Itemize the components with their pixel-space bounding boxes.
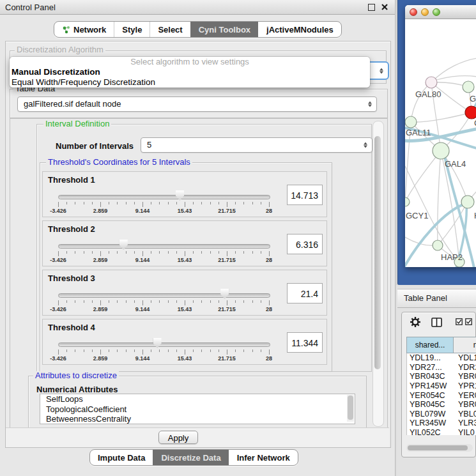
close-traffic-light-icon[interactable]	[410, 8, 417, 16]
float-window-icon[interactable]	[368, 4, 375, 11]
cell-name[interactable]: YPR1	[454, 381, 476, 390]
svg-text:GA: GA	[470, 94, 476, 104]
tab-select[interactable]: Select	[150, 22, 190, 37]
cell-name[interactable]: YBR0	[454, 372, 476, 381]
minimize-traffic-light-icon[interactable]	[421, 8, 429, 16]
table-horizontal-scrollbar[interactable]	[406, 444, 473, 452]
network-canvas[interactable]: GAL80 GA C GAL11 GAL4 GCY1 H HAP2	[405, 19, 476, 267]
cell-shared-name[interactable]: YPR145W	[407, 381, 454, 390]
threshold-4-panel: Threshold 4 -3.4262.8599.14415.4321.7152…	[42, 319, 327, 365]
tab-label: jActiveMNodules	[266, 25, 334, 35]
tab-discretize-data[interactable]: Discretize Data	[153, 450, 228, 465]
attribute-item[interactable]: BetweennessCentrality	[40, 414, 355, 424]
attribute-item[interactable]: TopologicalCoefficient	[40, 404, 355, 415]
cell-shared-name[interactable]: YBR045C	[407, 400, 454, 409]
slider-ticks	[58, 300, 269, 306]
threshold-3-slider-track[interactable]	[58, 293, 270, 298]
threshold-1-slider-track[interactable]	[58, 195, 270, 199]
combo-stepper-icon	[364, 142, 367, 148]
table-row[interactable]: YDL19...YDL1	[407, 353, 476, 363]
tab-infer-network[interactable]: Infer Network	[229, 450, 298, 465]
numerical-attributes-label: Numerical Attributes	[36, 385, 118, 394]
attribute-item[interactable]: SelfLoops	[40, 394, 355, 404]
table-row[interactable]: YER054CYER0	[407, 390, 476, 400]
select-all-checkbox-icon[interactable]	[456, 318, 463, 325]
close-icon[interactable]	[381, 3, 388, 11]
network-icon	[62, 26, 70, 34]
column-header-name[interactable]: na	[454, 337, 476, 353]
algorithm-dropdown: Select algorithm to view settings Manual…	[10, 57, 370, 88]
cell-name[interactable]: YDL1	[454, 353, 476, 362]
dropdown-option-manual[interactable]: Manual Discretization	[10, 67, 370, 77]
combo-stepper-icon	[368, 102, 372, 107]
table-row[interactable]: YBR045CYBR0	[407, 400, 476, 410]
node-gal4	[433, 142, 449, 159]
threshold-1-panel: Threshold 1 -3.4262.8599.14415.4321.7152…	[42, 171, 327, 217]
split-columns-icon[interactable]	[431, 318, 442, 327]
tab-network[interactable]: Network	[54, 22, 114, 37]
cell-shared-name[interactable]: YIL052C	[407, 428, 454, 435]
slider-tick-labels: -3.4262.8599.14415.4321.71528	[58, 306, 269, 312]
cell-shared-name[interactable]: YER054C	[407, 391, 454, 400]
table-row[interactable]: YBL079WYBL0	[407, 410, 476, 419]
threshold-4-value-field[interactable]: 11.344	[287, 332, 323, 353]
cell-shared-name[interactable]: YLR345W	[407, 418, 454, 427]
threshold-3-value-field[interactable]: 21.4	[287, 283, 323, 303]
numerical-attributes-list[interactable]: SelfLoopsTopologicalCoefficientBetweenne…	[40, 394, 355, 424]
cell-name[interactable]: YER0	[454, 391, 476, 400]
number-of-intervals-label: Number of Intervals	[56, 141, 134, 151]
dropdown-placeholder[interactable]: Select algorithm to view settings	[10, 57, 370, 67]
svg-text:GAL80: GAL80	[415, 89, 441, 99]
cyni-toolbox-panel: Discretization Algorithm Select algorith…	[5, 41, 391, 448]
network-window-titlebar	[405, 5, 476, 19]
node-red-selected	[465, 106, 476, 119]
tab-impute-data[interactable]: Impute Data	[90, 450, 153, 465]
cell-name[interactable]: YBL0	[454, 410, 476, 418]
select-column-checkbox-icon[interactable]	[465, 318, 472, 325]
threshold-2-slider-track[interactable]	[58, 244, 270, 249]
table-header-row: shared... na	[406, 337, 476, 353]
number-of-intervals-combo[interactable]: 5	[141, 137, 372, 153]
apply-strip: Apply	[6, 427, 389, 447]
cell-name[interactable]: YDR2	[454, 363, 476, 372]
table-row[interactable]: YPR145WYPR1	[407, 381, 476, 391]
threshold-4-slider-track[interactable]	[58, 342, 270, 347]
table-row[interactable]: YBR043CYBR0	[407, 372, 476, 381]
settings-gear-icon[interactable]	[410, 316, 421, 328]
tab-jactivemnodules[interactable]: jActiveMNodules	[258, 22, 341, 37]
cell-name[interactable]: YIL0	[454, 428, 476, 435]
threshold-1-value-field[interactable]: 14.713	[287, 185, 323, 205]
tab-label: Style	[122, 25, 142, 35]
slider-tick-labels: -3.4262.8599.14415.4321.71528	[58, 355, 269, 362]
column-header-shared-name[interactable]: shared...	[406, 337, 454, 353]
table-row[interactable]: YIL052CYIL0	[407, 428, 476, 435]
table-panel-title: Table Panel	[404, 293, 447, 303]
zoom-traffic-light-icon[interactable]	[433, 8, 440, 16]
settings-vertical-scrollbar[interactable]	[372, 121, 384, 427]
cell-name[interactable]: YLR3	[454, 418, 476, 427]
cell-name[interactable]: YBR0	[454, 400, 476, 409]
table-row[interactable]: YLR345WYLR3	[407, 418, 476, 428]
threshold-4-label: Threshold 4	[48, 323, 95, 332]
interval-definition-title: Interval Definition	[43, 119, 111, 128]
slider-tick-labels: -3.4262.8599.14415.4321.71528	[58, 208, 269, 214]
tab-cyni-toolbox[interactable]: Cyni Toolbox	[190, 22, 258, 37]
threshold-2-value-field[interactable]: 6.316	[287, 234, 323, 254]
tab-style[interactable]: Style	[114, 22, 150, 37]
attributes-group-title: Attributes to discretize	[33, 371, 119, 380]
list-scrollbar[interactable]	[347, 395, 354, 422]
table-data-combo[interactable]: galFiltered.sif default node	[17, 96, 377, 112]
svg-text:GCY1: GCY1	[406, 211, 428, 220]
settings-scroll-panel: Interval Definition Number of Intervals …	[10, 118, 388, 429]
cell-shared-name[interactable]: YBL079W	[407, 410, 454, 418]
network-window: GAL80 GA C GAL11 GAL4 GCY1 H HAP2	[405, 5, 476, 267]
network-highlight-edges	[405, 91, 476, 267]
apply-button[interactable]: Apply	[158, 431, 198, 444]
cell-shared-name[interactable]: YDR27...	[407, 363, 454, 372]
cell-shared-name[interactable]: YDL19...	[407, 353, 454, 362]
threshold-2-panel: Threshold 2 -3.4262.8599.14415.4321.7152…	[42, 220, 327, 266]
table-row[interactable]: YDR27...YDR2	[407, 363, 476, 372]
slider-ticks	[58, 349, 269, 355]
cell-shared-name[interactable]: YBR043C	[407, 372, 454, 381]
dropdown-option-equal-width[interactable]: Equal Width/Frequency Discretization	[10, 77, 370, 88]
